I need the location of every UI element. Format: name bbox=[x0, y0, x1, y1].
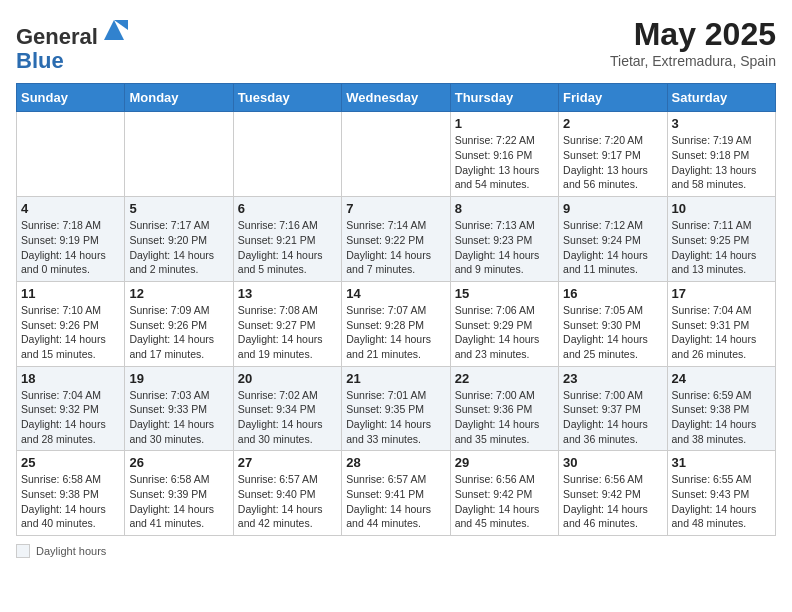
calendar-day-cell: 17Sunrise: 7:04 AMSunset: 9:31 PMDayligh… bbox=[667, 281, 775, 366]
day-number: 7 bbox=[346, 201, 445, 216]
day-info: Sunrise: 7:14 AMSunset: 9:22 PMDaylight:… bbox=[346, 218, 445, 277]
day-info: Sunrise: 7:16 AMSunset: 9:21 PMDaylight:… bbox=[238, 218, 337, 277]
calendar-day-cell: 9Sunrise: 7:12 AMSunset: 9:24 PMDaylight… bbox=[559, 197, 667, 282]
day-info: Sunrise: 7:03 AMSunset: 9:33 PMDaylight:… bbox=[129, 388, 228, 447]
footer-note: Daylight hours bbox=[16, 544, 776, 558]
day-number: 22 bbox=[455, 371, 554, 386]
day-number: 24 bbox=[672, 371, 771, 386]
day-number: 8 bbox=[455, 201, 554, 216]
calendar-header-sunday: Sunday bbox=[17, 84, 125, 112]
calendar-day-cell: 12Sunrise: 7:09 AMSunset: 9:26 PMDayligh… bbox=[125, 281, 233, 366]
calendar-day-cell: 29Sunrise: 6:56 AMSunset: 9:42 PMDayligh… bbox=[450, 451, 558, 536]
calendar-day-cell: 15Sunrise: 7:06 AMSunset: 9:29 PMDayligh… bbox=[450, 281, 558, 366]
day-number: 19 bbox=[129, 371, 228, 386]
calendar-header-friday: Friday bbox=[559, 84, 667, 112]
day-number: 26 bbox=[129, 455, 228, 470]
calendar-day-cell bbox=[233, 112, 341, 197]
day-number: 12 bbox=[129, 286, 228, 301]
day-info: Sunrise: 7:01 AMSunset: 9:35 PMDaylight:… bbox=[346, 388, 445, 447]
calendar-day-cell: 25Sunrise: 6:58 AMSunset: 9:38 PMDayligh… bbox=[17, 451, 125, 536]
calendar-day-cell: 1Sunrise: 7:22 AMSunset: 9:16 PMDaylight… bbox=[450, 112, 558, 197]
calendar-day-cell: 11Sunrise: 7:10 AMSunset: 9:26 PMDayligh… bbox=[17, 281, 125, 366]
day-number: 5 bbox=[129, 201, 228, 216]
day-number: 31 bbox=[672, 455, 771, 470]
logo-blue: Blue bbox=[16, 48, 64, 73]
calendar-day-cell: 10Sunrise: 7:11 AMSunset: 9:25 PMDayligh… bbox=[667, 197, 775, 282]
calendar-day-cell: 23Sunrise: 7:00 AMSunset: 9:37 PMDayligh… bbox=[559, 366, 667, 451]
calendar-header-tuesday: Tuesday bbox=[233, 84, 341, 112]
day-number: 11 bbox=[21, 286, 120, 301]
logo-icon bbox=[100, 16, 128, 44]
calendar-day-cell: 31Sunrise: 6:55 AMSunset: 9:43 PMDayligh… bbox=[667, 451, 775, 536]
day-number: 21 bbox=[346, 371, 445, 386]
day-number: 2 bbox=[563, 116, 662, 131]
calendar-day-cell: 13Sunrise: 7:08 AMSunset: 9:27 PMDayligh… bbox=[233, 281, 341, 366]
calendar-day-cell: 26Sunrise: 6:58 AMSunset: 9:39 PMDayligh… bbox=[125, 451, 233, 536]
calendar-header-saturday: Saturday bbox=[667, 84, 775, 112]
footer-label: Daylight hours bbox=[36, 545, 106, 557]
footer-box-icon bbox=[16, 544, 30, 558]
calendar-day-cell: 30Sunrise: 6:56 AMSunset: 9:42 PMDayligh… bbox=[559, 451, 667, 536]
calendar-day-cell: 16Sunrise: 7:05 AMSunset: 9:30 PMDayligh… bbox=[559, 281, 667, 366]
day-number: 3 bbox=[672, 116, 771, 131]
day-number: 30 bbox=[563, 455, 662, 470]
day-info: Sunrise: 7:00 AMSunset: 9:36 PMDaylight:… bbox=[455, 388, 554, 447]
day-number: 28 bbox=[346, 455, 445, 470]
calendar-week-row: 18Sunrise: 7:04 AMSunset: 9:32 PMDayligh… bbox=[17, 366, 776, 451]
day-info: Sunrise: 7:10 AMSunset: 9:26 PMDaylight:… bbox=[21, 303, 120, 362]
day-number: 14 bbox=[346, 286, 445, 301]
day-number: 18 bbox=[21, 371, 120, 386]
day-info: Sunrise: 6:58 AMSunset: 9:39 PMDaylight:… bbox=[129, 472, 228, 531]
logo-general: General bbox=[16, 24, 98, 49]
day-info: Sunrise: 6:56 AMSunset: 9:42 PMDaylight:… bbox=[563, 472, 662, 531]
logo: General Blue bbox=[16, 16, 128, 73]
calendar-header-row: SundayMondayTuesdayWednesdayThursdayFrid… bbox=[17, 84, 776, 112]
day-info: Sunrise: 7:04 AMSunset: 9:31 PMDaylight:… bbox=[672, 303, 771, 362]
day-info: Sunrise: 7:07 AMSunset: 9:28 PMDaylight:… bbox=[346, 303, 445, 362]
calendar-day-cell: 6Sunrise: 7:16 AMSunset: 9:21 PMDaylight… bbox=[233, 197, 341, 282]
day-number: 23 bbox=[563, 371, 662, 386]
day-number: 16 bbox=[563, 286, 662, 301]
day-info: Sunrise: 7:17 AMSunset: 9:20 PMDaylight:… bbox=[129, 218, 228, 277]
day-info: Sunrise: 6:57 AMSunset: 9:40 PMDaylight:… bbox=[238, 472, 337, 531]
calendar-day-cell: 27Sunrise: 6:57 AMSunset: 9:40 PMDayligh… bbox=[233, 451, 341, 536]
day-number: 4 bbox=[21, 201, 120, 216]
calendar-day-cell: 20Sunrise: 7:02 AMSunset: 9:34 PMDayligh… bbox=[233, 366, 341, 451]
day-number: 17 bbox=[672, 286, 771, 301]
day-info: Sunrise: 7:00 AMSunset: 9:37 PMDaylight:… bbox=[563, 388, 662, 447]
day-info: Sunrise: 7:22 AMSunset: 9:16 PMDaylight:… bbox=[455, 133, 554, 192]
calendar-day-cell: 24Sunrise: 6:59 AMSunset: 9:38 PMDayligh… bbox=[667, 366, 775, 451]
calendar-header-thursday: Thursday bbox=[450, 84, 558, 112]
calendar-week-row: 4Sunrise: 7:18 AMSunset: 9:19 PMDaylight… bbox=[17, 197, 776, 282]
day-number: 20 bbox=[238, 371, 337, 386]
calendar-week-row: 11Sunrise: 7:10 AMSunset: 9:26 PMDayligh… bbox=[17, 281, 776, 366]
day-info: Sunrise: 6:58 AMSunset: 9:38 PMDaylight:… bbox=[21, 472, 120, 531]
day-info: Sunrise: 7:04 AMSunset: 9:32 PMDaylight:… bbox=[21, 388, 120, 447]
calendar-day-cell: 19Sunrise: 7:03 AMSunset: 9:33 PMDayligh… bbox=[125, 366, 233, 451]
day-number: 1 bbox=[455, 116, 554, 131]
page-header: General Blue May 2025 Tietar, Extremadur… bbox=[16, 16, 776, 73]
calendar-day-cell: 14Sunrise: 7:07 AMSunset: 9:28 PMDayligh… bbox=[342, 281, 450, 366]
calendar-day-cell: 22Sunrise: 7:00 AMSunset: 9:36 PMDayligh… bbox=[450, 366, 558, 451]
day-info: Sunrise: 7:19 AMSunset: 9:18 PMDaylight:… bbox=[672, 133, 771, 192]
day-info: Sunrise: 7:13 AMSunset: 9:23 PMDaylight:… bbox=[455, 218, 554, 277]
day-number: 25 bbox=[21, 455, 120, 470]
day-number: 6 bbox=[238, 201, 337, 216]
day-info: Sunrise: 6:59 AMSunset: 9:38 PMDaylight:… bbox=[672, 388, 771, 447]
day-number: 13 bbox=[238, 286, 337, 301]
day-info: Sunrise: 7:11 AMSunset: 9:25 PMDaylight:… bbox=[672, 218, 771, 277]
calendar-day-cell: 8Sunrise: 7:13 AMSunset: 9:23 PMDaylight… bbox=[450, 197, 558, 282]
day-number: 27 bbox=[238, 455, 337, 470]
calendar-day-cell: 28Sunrise: 6:57 AMSunset: 9:41 PMDayligh… bbox=[342, 451, 450, 536]
day-info: Sunrise: 7:06 AMSunset: 9:29 PMDaylight:… bbox=[455, 303, 554, 362]
day-info: Sunrise: 6:56 AMSunset: 9:42 PMDaylight:… bbox=[455, 472, 554, 531]
day-info: Sunrise: 7:08 AMSunset: 9:27 PMDaylight:… bbox=[238, 303, 337, 362]
calendar-location: Tietar, Extremadura, Spain bbox=[610, 53, 776, 69]
calendar-week-row: 25Sunrise: 6:58 AMSunset: 9:38 PMDayligh… bbox=[17, 451, 776, 536]
day-number: 9 bbox=[563, 201, 662, 216]
day-info: Sunrise: 7:02 AMSunset: 9:34 PMDaylight:… bbox=[238, 388, 337, 447]
day-number: 15 bbox=[455, 286, 554, 301]
calendar-day-cell: 2Sunrise: 7:20 AMSunset: 9:17 PMDaylight… bbox=[559, 112, 667, 197]
calendar-day-cell: 18Sunrise: 7:04 AMSunset: 9:32 PMDayligh… bbox=[17, 366, 125, 451]
calendar-day-cell: 7Sunrise: 7:14 AMSunset: 9:22 PMDaylight… bbox=[342, 197, 450, 282]
